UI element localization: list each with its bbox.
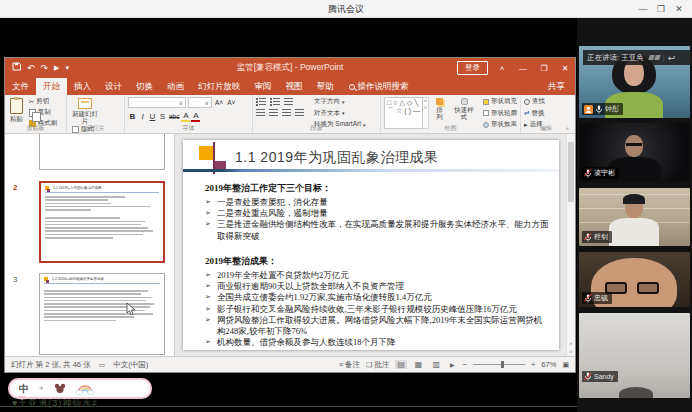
cut-button[interactable]: ✂剪切 (29, 97, 58, 106)
scrollbar-thumb[interactable] (568, 142, 574, 202)
video-tile-participant-5[interactable]: Sandy (579, 313, 690, 398)
copy-button[interactable]: 复制 (29, 108, 58, 117)
redo-icon[interactable]: ↷ (41, 58, 49, 78)
slide[interactable]: 1.1 2019年为巩固乱象治理成果 2019年整治工作定下三个目标： ➢一是查… (183, 140, 559, 350)
result-item: ➢全国共成立债委会约1.92万家,实施市场化债转股1.4万亿元 (205, 292, 549, 303)
tab-review[interactable]: 审阅 (248, 78, 279, 95)
ime-tool-icon[interactable]: ✦ (38, 384, 45, 393)
tab-help[interactable]: 帮助 (310, 78, 341, 95)
next-slide-icon[interactable]: ˅ (567, 348, 575, 356)
tab-home[interactable]: 开始 (36, 78, 67, 95)
tab-view[interactable]: 视图 (279, 78, 310, 95)
group-slides: 新建幻灯片 版式 ↶重置 幻灯片 (67, 95, 125, 133)
align-text-button[interactable]: 对齐文本▾ (314, 109, 365, 118)
thumbnail-slide-3[interactable]: 1.2 2020年如何继续补齐监管短板 (39, 273, 165, 355)
meeting-window-title: 腾讯会议 (0, 0, 692, 18)
shape-outline-button[interactable]: 形状轮廓 (483, 109, 517, 118)
close-icon[interactable]: ✕ (670, 4, 688, 14)
shape-fill-button[interactable]: 形状填充 (483, 97, 517, 106)
zoom-slider[interactable] (473, 364, 525, 365)
undo-icon[interactable]: ↶ (27, 58, 35, 78)
ppt-minimize-icon[interactable]: — (516, 64, 530, 73)
video-tile-participant-3[interactable]: 程钊 (579, 188, 690, 246)
save-icon[interactable] (12, 58, 21, 78)
mickey-icon[interactable] (54, 383, 66, 394)
thumbnail-slide-2[interactable]: 1.1 2019年为巩固乱象治理成果 (39, 181, 165, 263)
restore-icon[interactable]: ❐ (652, 4, 670, 14)
tab-transitions[interactable]: 切换 (129, 78, 160, 95)
shadow-button[interactable]: S (158, 112, 167, 121)
ribbon: 粘贴 ✂剪切 复制 格式刷 剪贴板 新建幻灯片 版式 ↶重置 幻灯片 (5, 95, 575, 134)
previous-slide-icon[interactable]: ˄ (567, 340, 575, 348)
ribbon-tab-bar: 文件 开始 插入 设计 切换 动画 幻灯片放映 审阅 视图 帮助 操作说明搜索 … (5, 78, 575, 95)
participant-name: Sandy (594, 373, 614, 380)
thumb-deco (46, 280, 49, 283)
tab-file[interactable]: 文件 (5, 78, 36, 95)
font-size-select[interactable]: ∨ (188, 97, 212, 108)
align-right-icon[interactable] (282, 108, 291, 116)
collapse-ribbon-icon[interactable]: ˄ (565, 126, 569, 132)
numbering-icon[interactable] (270, 97, 280, 105)
fit-slide-icon[interactable]: ▣ (562, 361, 569, 369)
shrink-font-button[interactable]: A˅ (226, 99, 236, 106)
goals-heading: 2019年整治工作定下三个目标： (205, 182, 549, 195)
share-button[interactable]: 共享 (538, 78, 575, 95)
tab-animations[interactable]: 动画 (160, 78, 191, 95)
indent-icon[interactable] (284, 97, 293, 105)
justify-icon[interactable] (295, 108, 304, 116)
find-button[interactable]: 查找 (524, 97, 545, 106)
paste-button[interactable]: 粘贴 (8, 97, 25, 123)
ppt-restore-icon[interactable]: ❐ (537, 64, 551, 73)
qat-more-icon[interactable]: ▾ (65, 58, 69, 78)
underline-button[interactable]: U (148, 112, 157, 121)
strikethrough-button[interactable]: abc (168, 113, 180, 120)
ime-toolbar[interactable]: 中 ✦ (8, 378, 152, 399)
video-tile-participant-4[interactable]: 忠砚 (579, 252, 690, 307)
goal-item: ➢一是查处屡查屡犯，消化存量 (205, 197, 549, 208)
align-left-icon[interactable] (256, 108, 265, 116)
slideshow-icon[interactable]: ▶ (54, 58, 59, 78)
highlight-color-button[interactable]: A (181, 111, 190, 122)
language-status[interactable]: 中文(中国) (113, 360, 148, 370)
bold-button[interactable]: B (128, 112, 137, 121)
slide-sorter-view-icon[interactable]: ▦ (413, 360, 425, 369)
comments-button[interactable]: ❏批注 (366, 360, 389, 370)
notes-button[interactable]: ≡备注 (339, 360, 360, 370)
grow-font-button[interactable]: A˄ (214, 99, 224, 106)
rainbow-icon[interactable] (75, 383, 95, 395)
participant-video-sidebar: 正在讲话: 王亚奂 | ↩ 钟彤 (577, 18, 692, 412)
zoom-in-icon[interactable]: + (531, 360, 535, 369)
new-slide-button[interactable]: 新建幻灯片 (70, 97, 100, 125)
normal-view-icon[interactable]: ▤ (395, 360, 407, 369)
minimize-icon[interactable]: — (634, 4, 652, 14)
align-center-icon[interactable] (269, 108, 278, 116)
zoom-level[interactable]: 67% (541, 360, 556, 369)
video-silhouette (625, 135, 643, 157)
slideshow-view-icon[interactable]: ▶ (448, 361, 457, 368)
tab-insert[interactable]: 插入 (67, 78, 98, 95)
zoom-slider-thumb[interactable] (501, 361, 504, 368)
login-button[interactable]: 登录 (457, 61, 488, 75)
ime-language-icon[interactable]: 中 (19, 382, 29, 396)
thumbnail-title: 1.2 2020年如何继续补齐监管短板 (44, 277, 160, 281)
ribbon-display-options-icon[interactable]: ˄ (495, 64, 509, 73)
video-tile-participant-2[interactable]: 凌宇彬 (579, 123, 690, 182)
accessibility-icon[interactable]: ▭ (99, 361, 106, 369)
group-editing: 查找 ⇄替换 ▸选择 编辑 ˄ (521, 95, 571, 133)
replace-button[interactable]: ⇄替换 (524, 109, 545, 118)
thumbnail-slide-1[interactable] (39, 134, 165, 170)
bullets-icon[interactable] (256, 97, 266, 105)
font-color-button[interactable]: A (191, 111, 200, 122)
result-item: ➢机构数量、借贷余额及参与人数连续18个月下降 (205, 337, 549, 348)
font-name-select[interactable]: ∨ (128, 97, 186, 108)
zoom-out-icon[interactable]: − (463, 360, 467, 369)
tab-design[interactable]: 设计 (98, 78, 129, 95)
reading-view-icon[interactable]: ▥ (430, 360, 442, 369)
tell-me-search[interactable]: 操作说明搜索 (341, 78, 417, 95)
canvas-scrollbar[interactable]: ˄ ˅ (566, 134, 575, 356)
tab-slideshow[interactable]: 幻灯片放映 (191, 78, 248, 95)
ppt-close-icon[interactable]: ✕ (558, 64, 572, 73)
italic-button[interactable]: I (138, 112, 147, 121)
back-arrow-icon[interactable]: ↩ (668, 53, 676, 63)
text-direction-button[interactable]: 文字方向▾ (314, 97, 365, 106)
